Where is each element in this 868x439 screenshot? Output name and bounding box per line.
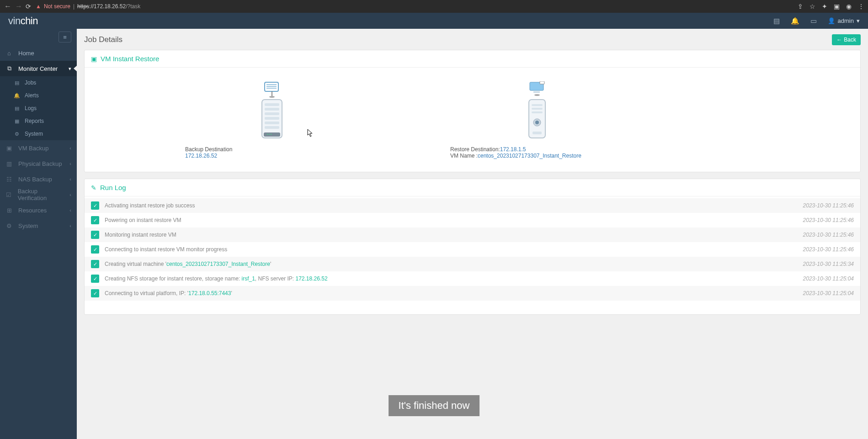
storage-server-icon: [258, 81, 286, 141]
svg-rect-1: [266, 84, 277, 85]
notes-icon[interactable]: ▤: [773, 17, 780, 25]
svg-rect-21: [532, 104, 543, 106]
restore-destination-label: Restore Destination:: [450, 146, 500, 153]
svg-rect-26: [533, 132, 542, 134]
url-bar[interactable]: ▲ Not secure | https://172.18.26.52/?tas…: [36, 3, 798, 10]
log-message: Creating NFS storage for instant restore…: [105, 275, 803, 282]
url-scheme: https: [77, 3, 89, 10]
sidebar-item-label: NAS Backup: [18, 176, 52, 183]
sidebar-item-system[interactable]: ⚙ System ‹: [0, 218, 77, 233]
backup-destination-label: Backup Destination: [185, 146, 232, 153]
vm-name-value[interactable]: centos_20231027173307_Instant_Restore: [478, 153, 581, 159]
sidebar-sub-alerts[interactable]: 🔔 Alerts: [0, 89, 77, 102]
svg-rect-3: [266, 88, 277, 89]
sidebar-item-resources[interactable]: ⊞ Resources ‹: [0, 202, 77, 218]
chevron-left-icon: ‹: [69, 176, 71, 182]
share-icon[interactable]: ⇪: [798, 3, 803, 10]
svg-rect-18: [533, 91, 540, 93]
backup-destination-ip[interactable]: 172.18.26.52: [185, 153, 232, 159]
forward-arrow-icon[interactable]: →: [15, 2, 23, 11]
sidebar: ≡ ⌂ Home ⧉ Monitor Center ▾ ▤ Jobs 🔔 Ale…: [0, 29, 77, 439]
log-timestamp: 2023-10-30 11:25:04: [803, 290, 854, 296]
chevron-left-icon: ‹: [69, 145, 71, 151]
sidebar-item-verification[interactable]: ☑ Backup Verification ‹: [0, 187, 77, 202]
log-message: Creating virtual machine 'centos_2023102…: [105, 261, 803, 267]
svg-rect-12: [264, 132, 280, 137]
check-icon: ✓: [91, 231, 99, 239]
log-message: Monitoring instant restore VM: [105, 232, 803, 238]
browser-bar: ← → ⟳ ▲ Not secure | https://172.18.26.5…: [0, 0, 868, 13]
list-icon: ▤: [14, 106, 20, 111]
monitor-icon: ⧉: [5, 65, 13, 72]
log-message: Connecting to virtual platform, IP: '172…: [105, 290, 803, 296]
chevron-left-icon: ‹: [69, 161, 71, 166]
screen-icon[interactable]: ▭: [810, 17, 817, 25]
back-arrow-icon[interactable]: ←: [4, 2, 12, 11]
pencil-icon: ✎: [91, 184, 96, 191]
sidebar-item-label: Home: [18, 50, 34, 57]
chevron-down-icon: ▾: [857, 17, 860, 24]
log-message: Powering on instant restore VM: [105, 217, 803, 223]
log-row: ✓Connecting to virtual platform, IP: '17…: [85, 286, 860, 301]
physical-icon: ▥: [5, 160, 13, 167]
menu-icon[interactable]: ⋮: [858, 3, 864, 10]
gear-icon: ⚙: [14, 131, 20, 137]
log-timestamp: 2023-10-30 11:25:46: [803, 202, 854, 209]
sidebar-sub-label: Alerts: [25, 92, 39, 99]
restore-destination-ip[interactable]: 172.18.1.5: [500, 146, 526, 153]
bookmark-icon[interactable]: ☆: [809, 3, 815, 10]
svg-rect-22: [532, 108, 543, 110]
svg-rect-9: [265, 117, 279, 120]
log-row: ✓Powering on instant restore VM2023-10-3…: [85, 213, 860, 227]
svg-rect-11: [265, 126, 279, 129]
cursor-icon: [307, 129, 314, 138]
sidebar-item-physicalbackup[interactable]: ▥ Physical Backup ‹: [0, 156, 77, 171]
check-icon: ✓: [91, 260, 99, 268]
resources-icon: ⊞: [5, 207, 13, 214]
log-message: Activating instant restore job success: [105, 202, 803, 209]
nas-icon: ☷: [5, 176, 13, 183]
bell-icon[interactable]: 🔔: [791, 17, 799, 25]
toast: It's finished now: [389, 395, 480, 416]
check-icon: ✓: [91, 201, 99, 210]
sidebar-item-label: VM Backup: [18, 145, 48, 152]
svg-rect-10: [265, 122, 279, 124]
check-icon: ✓: [91, 216, 99, 224]
svg-rect-23: [532, 111, 543, 113]
panel-icon[interactable]: ▣: [834, 3, 840, 10]
toast-text: It's finished now: [399, 400, 470, 411]
sidebar-sub-reports[interactable]: ▦ Reports: [0, 115, 77, 127]
sidebar-sub-jobs[interactable]: ▤ Jobs: [0, 76, 77, 89]
sidebar-item-label: Physical Backup: [18, 160, 62, 167]
logo[interactable]: vinchin: [8, 15, 38, 27]
check-icon: ✓: [91, 289, 99, 297]
username: admin: [838, 17, 854, 24]
panel-title: Run Log: [100, 184, 126, 191]
sidebar-sub-label: Reports: [25, 118, 44, 124]
gear-icon: ⚙: [5, 222, 13, 229]
profile-icon[interactable]: ◉: [846, 3, 852, 10]
back-button-label: Back: [844, 37, 856, 43]
sidebar-sub-logs[interactable]: ▤ Logs: [0, 102, 77, 115]
collapse-button[interactable]: ≡: [59, 32, 71, 42]
log-timestamp: 2023-10-30 11:25:04: [803, 275, 854, 282]
reload-icon[interactable]: ⟳: [26, 3, 31, 10]
sidebar-item-home[interactable]: ⌂ Home: [0, 45, 77, 61]
sidebar-item-vmbackup[interactable]: ▣ VM Backup ‹: [0, 140, 77, 156]
extensions-icon[interactable]: ✦: [822, 3, 827, 10]
sidebar-sub-system[interactable]: ⚙ System: [0, 127, 77, 140]
panel-title: VM Instant Restore: [101, 55, 159, 63]
home-icon: ⌂: [5, 50, 13, 57]
chevron-down-icon: ▾: [69, 66, 71, 72]
sidebar-item-monitor[interactable]: ⧉ Monitor Center ▾: [0, 61, 77, 76]
sidebar-item-label: Backup Verification: [18, 188, 64, 201]
back-button[interactable]: ← Back: [832, 34, 861, 45]
svg-point-25: [535, 121, 539, 124]
log-row: ✓Monitoring instant restore VM2023-10-30…: [85, 227, 860, 242]
vm-name-label: VM Name :: [450, 153, 478, 159]
sidebar-item-nasbackup[interactable]: ☷ NAS Backup ‹: [0, 171, 77, 187]
log-message: Connecting to instant restore VM monitor…: [105, 246, 803, 253]
user-menu[interactable]: 👤 admin ▾: [828, 17, 860, 24]
log-timestamp: 2023-10-30 11:25:34: [803, 261, 854, 267]
log-timestamp: 2023-10-30 11:25:46: [803, 232, 854, 238]
